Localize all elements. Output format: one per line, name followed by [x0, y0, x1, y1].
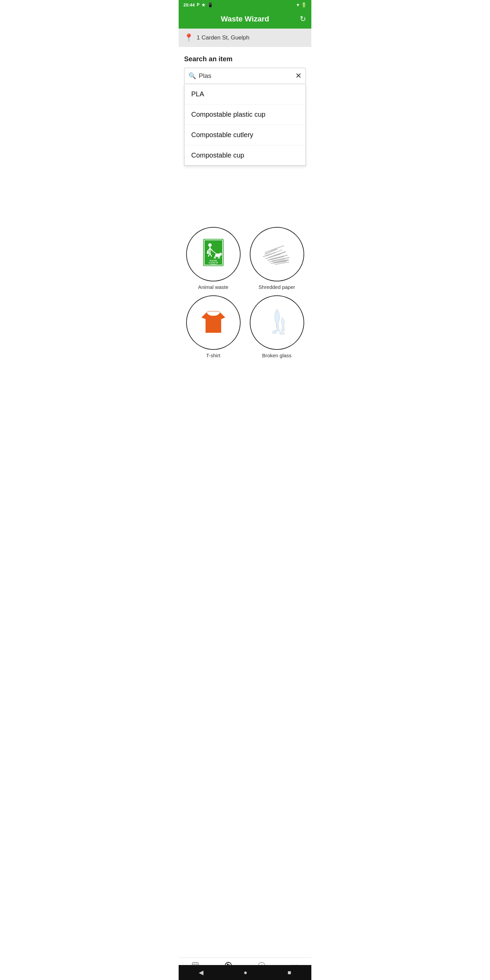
shredded-paper-label: Shredded paper [259, 284, 295, 290]
grid-item-animal-waste[interactable]: PLEASE CLEAN UP AFTER Animal waste [184, 227, 242, 290]
dropdown-item-compostable-cutlery[interactable]: Compostable cutlery [185, 125, 305, 145]
parking-icon: P [197, 2, 199, 7]
animal-waste-label: Animal waste [198, 284, 228, 290]
status-right: ▾ 🔋 [297, 2, 307, 8]
shredded-paper-image [258, 235, 296, 273]
main-content: Search an item 🔍 ✕ PLA Compostable plast… [179, 47, 311, 385]
search-label: Search an item [184, 55, 306, 63]
app-title: Waste Wizard [221, 14, 269, 24]
status-left: 20:44 P ★ 📱 [183, 2, 213, 8]
grid-item-broken-glass[interactable]: Broken glass [248, 295, 306, 358]
refresh-button[interactable]: ↻ [300, 14, 306, 24]
star-icon: ★ [202, 2, 205, 8]
animal-waste-circle: PLEASE CLEAN UP AFTER [186, 227, 240, 282]
item-grid: PLEASE CLEAN UP AFTER Animal waste [184, 227, 306, 385]
svg-line-13 [220, 256, 220, 259]
status-bar: 20:44 P ★ 📱 ▾ 🔋 [179, 0, 311, 10]
location-bar[interactable]: 📍 1 Carden St, Guelph [179, 29, 311, 47]
dropdown-item-compostable-cup[interactable]: Compostable cup [185, 145, 305, 165]
search-dropdown: PLA Compostable plastic cup Compostable … [184, 84, 306, 166]
svg-point-2 [208, 243, 212, 247]
app-bar: Waste Wizard ↻ [179, 10, 311, 29]
wifi-icon: ▾ [297, 2, 299, 8]
tshirt-image [195, 304, 232, 341]
battery-icon: 🔋 [301, 2, 307, 8]
animal-waste-image: PLEASE CLEAN UP AFTER [195, 235, 232, 273]
svg-point-9 [219, 253, 222, 256]
svg-rect-14 [207, 251, 209, 254]
broken-glass-label: Broken glass [262, 353, 292, 358]
broken-glass-image [258, 304, 296, 341]
grid-item-shredded-paper[interactable]: Shredded paper [248, 227, 306, 290]
phone-icon: 📱 [208, 2, 213, 8]
dropdown-item-pla[interactable]: PLA [185, 84, 305, 105]
svg-text:AFTER: AFTER [210, 264, 216, 266]
location-pin-icon: 📍 [184, 33, 193, 42]
broken-glass-circle [250, 295, 304, 350]
search-clear-button[interactable]: ✕ [295, 72, 301, 80]
search-icon: 🔍 [189, 72, 196, 80]
search-input[interactable] [199, 72, 295, 80]
location-text: 1 Carden St, Guelph [197, 34, 250, 41]
time-display: 20:44 [183, 2, 195, 8]
tshirt-circle [186, 295, 240, 350]
search-box[interactable]: 🔍 ✕ [184, 68, 306, 84]
tshirt-label: T-shirt [206, 353, 221, 358]
grid-item-tshirt[interactable]: T-shirt [184, 295, 242, 358]
shredded-paper-circle [250, 227, 304, 282]
dropdown-item-compostable-plastic-cup[interactable]: Compostable plastic cup [185, 105, 305, 125]
